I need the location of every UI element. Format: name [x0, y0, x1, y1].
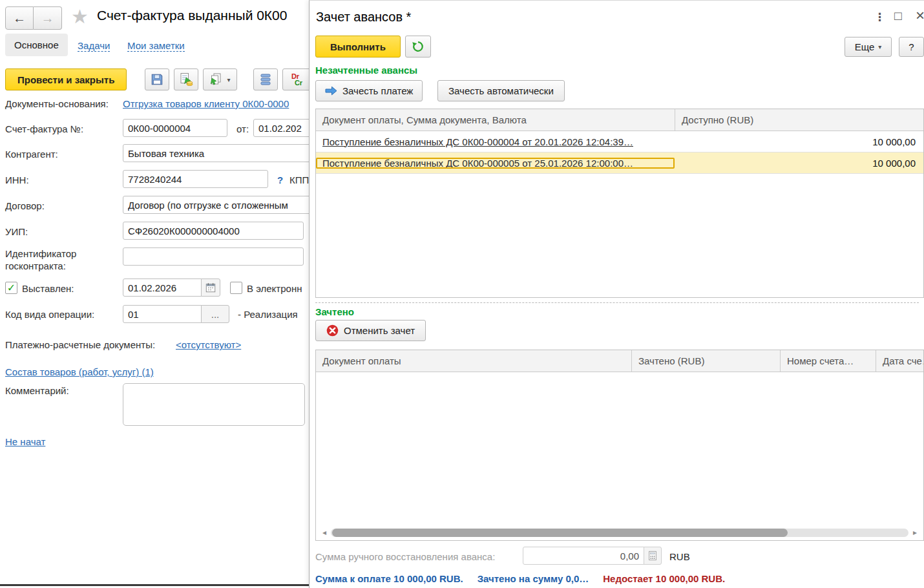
- blue-arrow-right-icon: [325, 86, 337, 96]
- app-root: ← → ★ Счет-фактура выданный 0К00 Основно…: [0, 0, 924, 588]
- help-button[interactable]: ?: [899, 37, 924, 57]
- column-header-available[interactable]: Доступно (RUB): [675, 114, 923, 125]
- payment-doc-link[interactable]: Поступление безналичных ДС 0К00-000005 о…: [322, 158, 633, 169]
- calendar-icon: [205, 282, 216, 293]
- from-label: от:: [236, 123, 249, 134]
- post-and-close-button[interactable]: Провести и закрыть: [5, 68, 127, 90]
- window-menu-icon[interactable]: ⋮: [874, 12, 885, 23]
- scroll-right-icon[interactable]: ▸: [910, 528, 920, 537]
- electronic-checkbox[interactable]: [230, 282, 242, 294]
- create-based-on-button[interactable]: ▾: [203, 68, 237, 90]
- base-docs-label: Документы-основания:: [5, 98, 109, 109]
- scrollbar-track[interactable]: [331, 529, 908, 537]
- close-icon[interactable]: ×: [916, 8, 924, 23]
- section-splitter[interactable]: [315, 302, 919, 303]
- available-amount: 10 000,00: [675, 136, 923, 147]
- uip-label: УИП:: [5, 226, 28, 237]
- back-button[interactable]: ←: [5, 6, 34, 30]
- post-document-button[interactable]: [174, 68, 198, 90]
- dropdown-caret-icon: ▾: [878, 43, 881, 50]
- credit-payment-button[interactable]: Зачесть платеж: [315, 80, 423, 101]
- calculator-icon: [647, 551, 658, 561]
- tab-notes[interactable]: Мои заметки: [127, 40, 185, 52]
- opcode-input[interactable]: [123, 305, 202, 323]
- horizontal-scrollbar[interactable]: ◂ ▸: [319, 527, 920, 538]
- refresh-button[interactable]: [405, 36, 431, 58]
- counterparty-input[interactable]: [123, 144, 309, 162]
- contract-label: Договор:: [5, 200, 45, 211]
- scrollbar-thumb[interactable]: [332, 529, 788, 537]
- cancel-credit-button[interactable]: Отменить зачет: [315, 320, 426, 341]
- payment-docs-link[interactable]: <отсутствуют>: [176, 339, 241, 350]
- invoice-no-input[interactable]: [123, 119, 227, 137]
- dialog-title: Зачет авансов *: [316, 10, 411, 25]
- registers-stack-icon: [258, 72, 273, 87]
- uncredited-table: Документ оплаты, Сумма документа, Валюта…: [315, 109, 924, 298]
- column-header-account-no[interactable]: Номер счета…: [781, 355, 876, 366]
- uncredited-heading: Незачтенные авансы: [315, 65, 417, 76]
- govcontract-label: Идентификатор госконтракта:: [5, 247, 89, 272]
- payment-doc-link[interactable]: Поступление безналичных ДС 0К00-000004 о…: [322, 136, 633, 147]
- column-header-credited[interactable]: Зачтено (RUB): [632, 355, 780, 366]
- comment-textarea[interactable]: [123, 383, 305, 426]
- credited-heading: Зачтено: [315, 306, 354, 317]
- table-row[interactable]: Поступление безналичных ДС 0К00-000004 о…: [316, 131, 923, 152]
- inn-help-icon[interactable]: ?: [277, 174, 283, 185]
- currency-label: RUB: [669, 551, 690, 562]
- credited-table: Документ оплаты Зачтено (RUB) Номер счет…: [315, 350, 924, 541]
- contract-input[interactable]: [123, 196, 309, 214]
- execute-button[interactable]: Выполнить: [315, 36, 401, 58]
- dropdown-caret-icon: ▾: [227, 76, 230, 83]
- business-process-status-link[interactable]: Не начат: [5, 436, 45, 447]
- favorite-star-icon[interactable]: ★: [71, 7, 89, 26]
- issued-date-input[interactable]: [123, 278, 202, 297]
- save-button[interactable]: [145, 68, 169, 90]
- floppy-save-icon: [150, 72, 164, 87]
- post-document-icon: [178, 72, 194, 87]
- column-header-payment-doc[interactable]: Документ оплаты: [316, 355, 631, 366]
- opcode-choose-button[interactable]: ...: [201, 305, 229, 323]
- more-button[interactable]: Еще ▾: [845, 37, 892, 57]
- credited-table-header: Документ оплаты Зачтено (RUB) Номер счет…: [316, 350, 923, 372]
- red-cancel-icon: [326, 324, 339, 337]
- tab-tasks[interactable]: Задачи: [78, 40, 110, 52]
- invoice-date-input[interactable]: [253, 119, 309, 137]
- available-amount: 10 000,00: [675, 158, 923, 169]
- window-bottom-edge: [0, 584, 309, 586]
- base-docs-link[interactable]: Отгрузка товаров клиенту 0К00-0000: [123, 98, 289, 109]
- back-arrow-icon: ←: [13, 11, 26, 26]
- column-header-account-date[interactable]: Дата сче…: [876, 355, 923, 366]
- history-nav: ← →: [5, 6, 62, 30]
- scroll-left-icon[interactable]: ◂: [319, 528, 330, 537]
- status-shortfall: Недостает 10 000,00 RUB.: [603, 573, 725, 584]
- goods-composition-link[interactable]: Состав товаров (работ, услуг) (1): [5, 366, 154, 377]
- invoice-form-panel: ← → ★ Счет-фактура выданный 0К00 Основно…: [0, 0, 309, 588]
- page-title: Счет-фактура выданный 0К00: [97, 8, 309, 23]
- issued-label: Выставлен:: [22, 283, 74, 294]
- inn-input[interactable]: [123, 170, 268, 188]
- column-header-payment-doc[interactable]: Документ оплаты, Сумма документа, Валюта: [316, 114, 675, 125]
- comment-label: Комментарий:: [5, 385, 69, 396]
- forward-arrow-icon: →: [41, 11, 54, 26]
- checkmark-icon: ✓: [7, 283, 16, 293]
- manual-restore-input[interactable]: [523, 547, 644, 565]
- credit-auto-button[interactable]: Зачесть автоматически: [437, 80, 565, 101]
- forward-button[interactable]: →: [34, 6, 62, 30]
- issued-checkbox[interactable]: ✓: [5, 282, 17, 294]
- govcontract-input[interactable]: [123, 247, 304, 266]
- uip-input[interactable]: [123, 222, 304, 240]
- status-amount-to-pay: Сумма к оплате 10 000,00 RUB.: [315, 573, 463, 584]
- invoice-no-label: Счет-фактура №:: [5, 123, 83, 134]
- create-based-on-icon: [209, 72, 224, 87]
- table-row-selected[interactable]: Поступление безналичных ДС 0К00-000005 о…: [316, 152, 923, 174]
- calendar-button[interactable]: [201, 278, 220, 297]
- registers-button[interactable]: [253, 68, 278, 90]
- tab-main[interactable]: Основное: [5, 34, 68, 56]
- uncredited-table-header: Документ оплаты, Сумма документа, Валюта…: [316, 109, 923, 131]
- calculator-button[interactable]: [644, 547, 662, 565]
- ellipsis-icon: ...: [211, 309, 220, 320]
- inn-label: ИНН:: [5, 174, 29, 185]
- accounting-entries-button[interactable]: DrCr: [282, 68, 309, 90]
- refresh-icon: [412, 40, 425, 53]
- maximize-icon[interactable]: □: [894, 10, 901, 22]
